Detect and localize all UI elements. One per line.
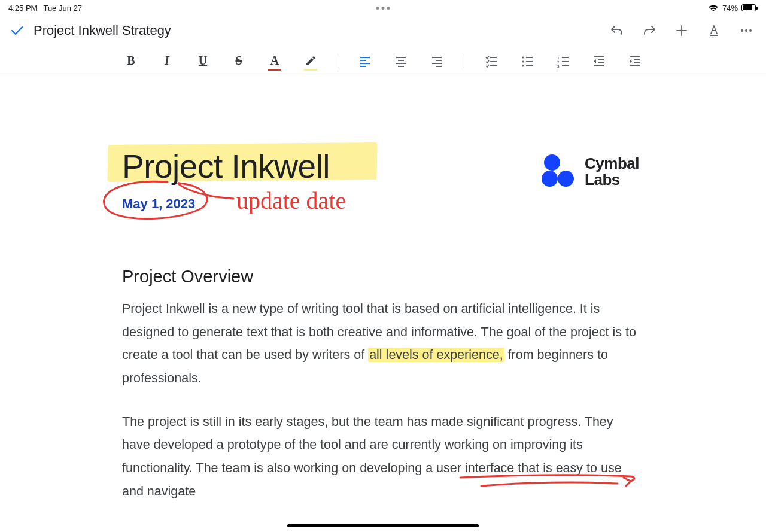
checklist-button[interactable]: [482, 52, 500, 70]
document-title[interactable]: Project Inkwell Strategy: [34, 23, 609, 38]
bullet-list-button[interactable]: [518, 52, 536, 70]
multitask-dots[interactable]: [376, 7, 390, 10]
svg-rect-0: [710, 35, 718, 36]
italic-button[interactable]: I: [158, 52, 176, 70]
logo-text-line1: Cymbal: [585, 156, 639, 172]
done-check-button[interactable]: [8, 23, 25, 38]
toolbar-divider: [338, 54, 338, 68]
undo-button[interactable]: [609, 23, 625, 38]
status-time: 4:25 PM: [8, 4, 37, 13]
text-color-button[interactable]: A: [266, 52, 284, 70]
svg-point-21: [522, 60, 524, 62]
bold-button[interactable]: B: [122, 52, 140, 70]
strike-button[interactable]: S: [230, 52, 248, 70]
highlight-color-button[interactable]: [302, 52, 320, 70]
logo-mark-icon: [542, 154, 576, 189]
text-format-button[interactable]: [706, 23, 722, 38]
redo-button[interactable]: [642, 23, 657, 38]
section-heading[interactable]: Project Overview: [122, 267, 643, 287]
format-toolbar: B I U S A 123: [0, 47, 766, 75]
battery-pct: 74%: [722, 4, 738, 13]
align-right-button[interactable]: [428, 52, 446, 70]
document-canvas[interactable]: Project Inkwell May 1, 2023 update date …: [0, 75, 766, 532]
align-center-button[interactable]: [392, 52, 410, 70]
toolbar-divider: [464, 54, 464, 68]
indent-button[interactable]: [626, 52, 644, 70]
numbered-list-button[interactable]: 123: [554, 52, 572, 70]
app-header: Project Inkwell Strategy: [0, 14, 766, 47]
svg-point-2: [745, 29, 747, 32]
paragraph-1[interactable]: Project Inkwell is a new type of writing…: [122, 297, 643, 390]
home-indicator[interactable]: [287, 524, 479, 527]
wifi-icon: [708, 4, 719, 12]
paragraph-2[interactable]: The project is still in its early stages…: [122, 411, 643, 503]
outdent-button[interactable]: [590, 52, 608, 70]
insert-button[interactable]: [674, 23, 689, 38]
more-menu-button[interactable]: [738, 23, 754, 38]
doc-date[interactable]: May 1, 2023: [122, 196, 195, 211]
battery-icon: [741, 4, 758, 11]
status-date: Tue Jun 27: [43, 4, 82, 13]
svg-point-23: [522, 65, 524, 66]
logo-text-line2: Labs: [585, 172, 639, 188]
p1-highlight: all levels of experience,: [368, 348, 504, 362]
underline-button[interactable]: U: [194, 52, 212, 70]
svg-text:3: 3: [557, 64, 560, 68]
status-bar: 4:25 PM Tue Jun 27 74%: [0, 0, 766, 14]
align-left-button[interactable]: [356, 52, 374, 70]
svg-point-3: [749, 29, 752, 32]
doc-heading[interactable]: Project Inkwell: [122, 147, 330, 186]
svg-point-19: [522, 56, 524, 58]
svg-point-1: [741, 29, 743, 32]
company-logo: Cymbal Labs: [542, 154, 639, 189]
